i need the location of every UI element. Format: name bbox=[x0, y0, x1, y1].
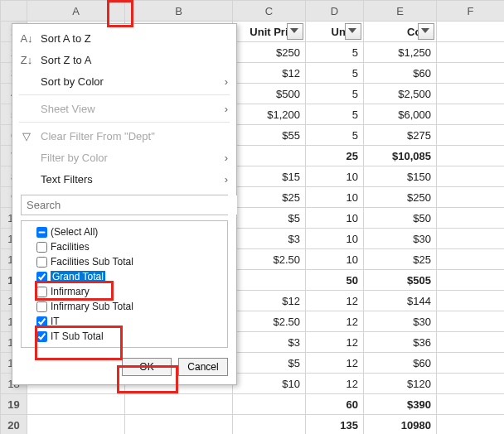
filter-check-item[interactable]: IT bbox=[25, 314, 225, 329]
cell[interactable]: $2.50 bbox=[233, 311, 306, 332]
cell[interactable]: $55 bbox=[233, 125, 306, 146]
cell[interactable]: $1,250 bbox=[364, 42, 437, 63]
cell[interactable] bbox=[27, 394, 125, 415]
cell[interactable]: $275 bbox=[364, 125, 437, 146]
cell[interactable]: $1,200 bbox=[233, 104, 306, 125]
cell[interactable]: $25 bbox=[364, 249, 437, 270]
cell[interactable]: 5 bbox=[306, 42, 364, 63]
cell[interactable] bbox=[233, 394, 306, 415]
cell[interactable] bbox=[233, 270, 306, 291]
cell[interactable]: 5 bbox=[306, 63, 364, 84]
cell[interactable] bbox=[437, 394, 505, 415]
cell[interactable] bbox=[437, 146, 505, 166]
col-header-A[interactable]: A bbox=[27, 1, 125, 22]
cell[interactable]: $144 bbox=[364, 291, 437, 311]
cell[interactable]: $10 bbox=[233, 374, 306, 394]
col-header-B[interactable]: B bbox=[125, 1, 233, 22]
cell[interactable]: $60 bbox=[364, 353, 437, 374]
cell[interactable]: $12 bbox=[233, 291, 306, 311]
cell[interactable] bbox=[125, 415, 233, 435]
filter-search-input[interactable] bbox=[22, 195, 237, 215]
cell[interactable] bbox=[437, 270, 505, 291]
row-header[interactable]: 19 bbox=[1, 394, 27, 415]
cell[interactable] bbox=[437, 353, 505, 374]
cell[interactable]: $505 bbox=[364, 270, 437, 291]
cell[interactable] bbox=[437, 311, 505, 332]
cell[interactable] bbox=[437, 374, 505, 394]
cell[interactable]: 5 bbox=[306, 125, 364, 146]
cell[interactable] bbox=[437, 187, 505, 208]
cell[interactable]: 12 bbox=[306, 332, 364, 353]
text-filters[interactable]: Text Filters› bbox=[12, 168, 236, 190]
cell[interactable]: $3 bbox=[233, 332, 306, 353]
cell[interactable]: $150 bbox=[364, 166, 437, 187]
cell[interactable]: $2.50 bbox=[233, 249, 306, 270]
cell[interactable] bbox=[437, 249, 505, 270]
cell[interactable] bbox=[233, 146, 306, 166]
ok-button[interactable]: OK bbox=[122, 358, 172, 376]
cell[interactable]: $2,500 bbox=[364, 84, 437, 104]
filter-check-item[interactable]: Facilities Sub Total bbox=[25, 254, 225, 269]
checkbox[interactable] bbox=[36, 257, 47, 268]
cell[interactable] bbox=[233, 415, 306, 435]
col-header-F[interactable]: F bbox=[437, 1, 505, 22]
sort-by-color[interactable]: Sort by Color› bbox=[12, 70, 236, 92]
checkbox[interactable] bbox=[36, 227, 47, 238]
checkbox[interactable] bbox=[36, 331, 47, 342]
filter-check-item[interactable]: IT Sub Total bbox=[25, 329, 225, 344]
checkbox[interactable] bbox=[36, 272, 47, 282]
cell[interactable]: $390 bbox=[364, 394, 437, 415]
cancel-button[interactable]: Cancel bbox=[178, 358, 228, 376]
cell[interactable]: $3 bbox=[233, 229, 306, 249]
sort-za[interactable]: Z↓Sort Z to A bbox=[12, 49, 236, 70]
cell[interactable]: $30 bbox=[364, 229, 437, 249]
cell[interactable]: $500 bbox=[233, 84, 306, 104]
cell[interactable]: 50 bbox=[306, 270, 364, 291]
filter-button-units[interactable] bbox=[345, 23, 361, 40]
cell[interactable] bbox=[437, 291, 505, 311]
cell[interactable]: 10980 bbox=[364, 415, 437, 435]
cell[interactable]: 10 bbox=[306, 249, 364, 270]
cell[interactable]: 60 bbox=[306, 394, 364, 415]
checkbox[interactable] bbox=[36, 301, 47, 312]
filter-check-item[interactable]: Facilities bbox=[25, 239, 225, 254]
cell[interactable]: $50 bbox=[364, 208, 437, 229]
sort-az[interactable]: A↓Sort A to Z bbox=[12, 27, 236, 49]
cell[interactable] bbox=[27, 415, 125, 435]
checkbox[interactable] bbox=[36, 316, 47, 327]
cell[interactable]: 10 bbox=[306, 166, 364, 187]
col-header-D[interactable]: D bbox=[306, 1, 364, 22]
cell[interactable]: $60 bbox=[364, 63, 437, 84]
filter-button-price[interactable] bbox=[287, 23, 303, 40]
cell[interactable]: 10 bbox=[306, 208, 364, 229]
cell[interactable] bbox=[437, 166, 505, 187]
col-header-E[interactable]: E bbox=[364, 1, 437, 22]
cell[interactable]: 5 bbox=[306, 84, 364, 104]
cell[interactable] bbox=[437, 229, 505, 249]
cell[interactable] bbox=[125, 394, 233, 415]
cell[interactable]: $36 bbox=[364, 332, 437, 353]
filter-check-item[interactable]: Infirmary Sub Total bbox=[25, 299, 225, 314]
cell[interactable]: 12 bbox=[306, 311, 364, 332]
filter-check-item[interactable]: Infirmary bbox=[25, 284, 225, 299]
filter-check-item[interactable]: Grand Total bbox=[25, 269, 225, 284]
cell[interactable] bbox=[437, 42, 505, 63]
cell[interactable]: $120 bbox=[364, 374, 437, 394]
cell[interactable]: $30 bbox=[364, 311, 437, 332]
filter-button-cost[interactable] bbox=[418, 23, 434, 40]
cell[interactable] bbox=[437, 104, 505, 125]
cell[interactable]: $5 bbox=[233, 208, 306, 229]
col-header-C[interactable]: C bbox=[233, 1, 306, 22]
cell[interactable]: 25 bbox=[306, 146, 364, 166]
cell[interactable]: 10 bbox=[306, 187, 364, 208]
row-header[interactable]: 20 bbox=[1, 415, 27, 435]
cell[interactable]: 12 bbox=[306, 374, 364, 394]
checkbox[interactable] bbox=[36, 242, 47, 253]
cell[interactable]: 10 bbox=[306, 229, 364, 249]
cell[interactable] bbox=[437, 415, 505, 435]
cell[interactable]: $10,085 bbox=[364, 146, 437, 166]
cell[interactable] bbox=[437, 332, 505, 353]
cell[interactable] bbox=[437, 208, 505, 229]
cell[interactable]: $5 bbox=[233, 353, 306, 374]
cell[interactable]: $6,000 bbox=[364, 104, 437, 125]
